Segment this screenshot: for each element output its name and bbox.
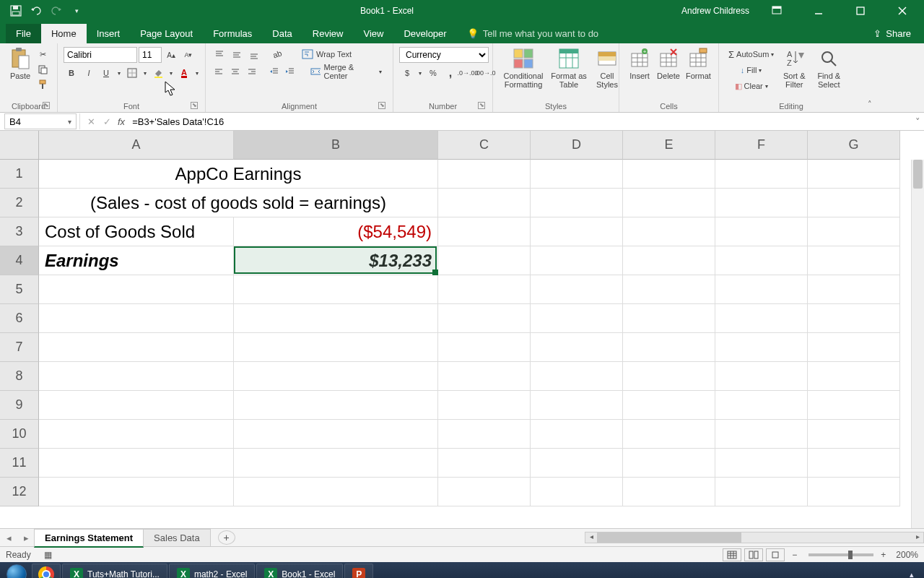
ribbon-options-icon[interactable] — [762, 0, 791, 22]
cell-F11[interactable] — [715, 449, 808, 478]
save-icon[interactable] — [9, 4, 23, 18]
orientation-button[interactable]: ab — [269, 47, 285, 61]
cell-G7[interactable] — [808, 333, 900, 362]
delete-cells-button[interactable]: Delete — [654, 46, 683, 82]
cell-D6[interactable] — [531, 304, 623, 333]
taskbar-app-2[interactable]: Xmath2 - Excel — [169, 564, 255, 578]
cell-B7[interactable] — [234, 333, 438, 362]
view-page-break-button[interactable] — [766, 548, 785, 561]
cell-D1[interactable] — [531, 160, 623, 189]
hscroll-thumb[interactable] — [597, 532, 741, 543]
cell-C2[interactable] — [438, 189, 531, 217]
cell-A6[interactable] — [39, 304, 234, 333]
cell-A9[interactable] — [39, 391, 234, 420]
hscroll-right[interactable]: ▸ — [912, 532, 923, 543]
col-header-B[interactable]: B — [234, 131, 438, 160]
row-header-4[interactable]: 4 — [0, 246, 39, 275]
cell-E11[interactable] — [623, 449, 715, 478]
cell-D8[interactable] — [531, 362, 623, 391]
cell-F1[interactable] — [715, 160, 808, 189]
enter-formula-button[interactable]: ✓ — [99, 114, 115, 129]
align-left-button[interactable] — [212, 64, 227, 79]
cell-G3[interactable] — [808, 217, 900, 246]
cell-G2[interactable] — [808, 189, 900, 217]
select-all-corner[interactable] — [0, 131, 39, 160]
zoom-in-button[interactable]: + — [881, 550, 886, 560]
bold-button[interactable]: B — [64, 66, 79, 80]
row-header-7[interactable]: 7 — [0, 333, 39, 362]
row-header-8[interactable]: 8 — [0, 362, 39, 391]
cell-C3[interactable] — [438, 217, 531, 246]
macro-record-icon[interactable]: ▦ — [44, 550, 52, 560]
tab-data[interactable]: Data — [262, 24, 302, 43]
number-dialog-launcher[interactable]: ⬊ — [478, 102, 485, 109]
percent-button[interactable]: % — [425, 66, 441, 80]
view-page-layout-button[interactable] — [744, 548, 763, 561]
cell-G5[interactable] — [808, 275, 900, 304]
show-desktop-icon[interactable]: ▴ — [907, 570, 917, 579]
cell-E5[interactable] — [623, 275, 715, 304]
italic-button[interactable]: I — [81, 66, 97, 80]
col-header-C[interactable]: C — [438, 131, 531, 160]
decrease-decimal-button[interactable]: .00→.0 — [477, 66, 493, 80]
underline-dropdown[interactable]: ▾ — [116, 66, 123, 80]
comma-button[interactable]: , — [443, 66, 458, 80]
col-header-G[interactable]: G — [808, 131, 900, 160]
share-button[interactable]: ⇪ Share — [860, 24, 924, 43]
accounting-dropdown[interactable]: ▾ — [417, 66, 424, 80]
cell-E8[interactable] — [623, 362, 715, 391]
accounting-button[interactable]: $ — [399, 66, 415, 80]
decrease-font-button[interactable]: A▾ — [180, 48, 196, 62]
qat-customize-icon[interactable]: ▾ — [69, 4, 84, 18]
cell-B6[interactable] — [234, 304, 438, 333]
vertical-scrollbar[interactable] — [911, 160, 924, 528]
taskbar-app-3[interactable]: XBook1 - Excel — [256, 564, 343, 578]
taskbar-powerpoint[interactable]: P — [344, 564, 373, 578]
user-name[interactable]: Andrew Childress — [681, 6, 749, 16]
sort-filter-button[interactable]: AZ Sort & Filter — [777, 46, 811, 90]
undo-icon[interactable] — [29, 4, 43, 18]
row-header-11[interactable]: 11 — [0, 449, 39, 478]
zoom-slider[interactable] — [808, 553, 873, 556]
align-bottom-button[interactable] — [246, 47, 262, 61]
cell-B9[interactable] — [234, 391, 438, 420]
cell-E6[interactable] — [623, 304, 715, 333]
cell-C10[interactable] — [438, 420, 531, 449]
cell-G12[interactable] — [808, 478, 900, 506]
cell-D11[interactable] — [531, 449, 623, 478]
cell-F9[interactable] — [715, 391, 808, 420]
cell-D12[interactable] — [531, 478, 623, 506]
number-format-combo[interactable]: Currency — [399, 47, 489, 63]
tab-formulas[interactable]: Formulas — [203, 24, 262, 43]
view-normal-button[interactable] — [723, 548, 741, 561]
cell-B4[interactable]: $13,233 — [234, 246, 438, 275]
cell-F2[interactable] — [715, 189, 808, 217]
cut-button[interactable]: ✂ — [35, 47, 51, 61]
tab-insert[interactable]: Insert — [87, 24, 131, 43]
alignment-dialog-launcher[interactable]: ⬊ — [378, 102, 385, 109]
fill-color-button[interactable] — [150, 66, 166, 80]
find-select-button[interactable]: Find & Select — [811, 46, 847, 90]
underline-button[interactable]: U — [98, 66, 114, 80]
font-color-dropdown[interactable]: ▾ — [193, 66, 201, 80]
autosum-button[interactable]: ΣAutoSum▾ — [725, 47, 777, 61]
cell-B5[interactable] — [234, 275, 438, 304]
cell-B8[interactable] — [234, 362, 438, 391]
tab-developer[interactable]: Developer — [393, 24, 456, 43]
col-header-A[interactable]: A — [39, 131, 234, 160]
tab-page-layout[interactable]: Page Layout — [130, 24, 203, 43]
cell-G6[interactable] — [808, 304, 900, 333]
row-header-2[interactable]: 2 — [0, 189, 39, 217]
new-sheet-button[interactable]: + — [218, 530, 235, 545]
clear-button[interactable]: ◧Clear▾ — [725, 79, 777, 93]
cell-merged-AB1[interactable]: AppCo Earnings — [39, 160, 438, 189]
cell-G8[interactable] — [808, 362, 900, 391]
cell-A11[interactable] — [39, 449, 234, 478]
row-header-1[interactable]: 1 — [0, 160, 39, 189]
cell-G11[interactable] — [808, 449, 900, 478]
decrease-indent-button[interactable] — [266, 64, 282, 79]
paste-button[interactable]: Paste — [6, 46, 35, 82]
increase-font-button[interactable]: A▴ — [163, 48, 179, 62]
cell-D10[interactable] — [531, 420, 623, 449]
tell-me[interactable]: 💡 Tell me what you want to do — [457, 24, 609, 43]
